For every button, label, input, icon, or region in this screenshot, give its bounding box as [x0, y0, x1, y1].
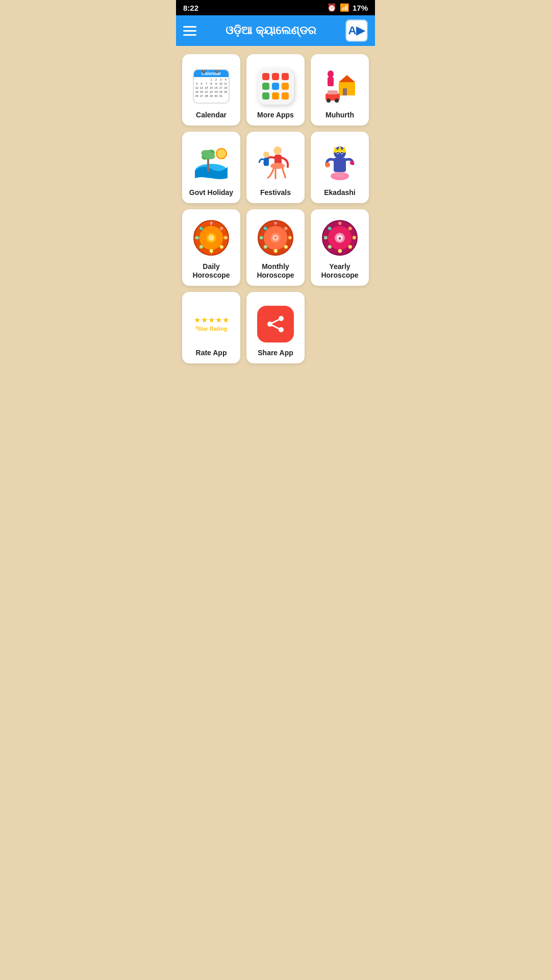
hamburger-line-2	[183, 30, 196, 32]
card-yearly-horoscope[interactable]: ♈ ♉ ♊ ♋ ♌ ♍ ♎ ♏ ★ YearlyHoroscope	[311, 209, 369, 286]
status-time: 8:22	[183, 4, 198, 12]
translate-icon: A▶	[348, 24, 365, 37]
svg-text:♌: ♌	[273, 249, 278, 253]
ekadashi-icon	[319, 143, 360, 184]
card-ekadashi[interactable]: Ekadashi	[311, 132, 369, 203]
card-rate-app[interactable]: ★ ★ ★ ★ ★ ⁵Star Rating Rate App	[182, 292, 240, 363]
app-title: ଓଡ଼ିଆ କ୍ୟାଲେଣ୍ଡର	[196, 24, 345, 37]
svg-text:♉: ♉	[284, 226, 288, 231]
card-daily-horoscope[interactable]: ♈ ♉ ♊ ♋ ♌ ♍ ♎ ♏ DailyHoroscope	[182, 209, 240, 286]
card-calendar[interactable]: Calendar 123 45678910 11121314151617 181…	[182, 54, 240, 126]
rate-app-icon: ★ ★ ★ ★ ★ ⁵Star Rating	[191, 304, 232, 345]
svg-line-74	[270, 318, 281, 324]
svg-rect-2	[343, 88, 347, 95]
svg-text:♉: ♉	[348, 226, 353, 231]
svg-point-32	[208, 235, 214, 241]
svg-text:♏: ♏	[263, 226, 268, 231]
grid-row-4: ★ ★ ★ ★ ★ ⁵Star Rating Rate App	[182, 292, 369, 363]
monthly-horoscope-label: MonthlyHoroscope	[257, 262, 294, 280]
svg-text:♉: ♉	[219, 226, 224, 231]
muhurth-icon	[319, 66, 360, 107]
svg-text:♊: ♊	[288, 235, 292, 240]
svg-rect-8	[328, 90, 338, 94]
svg-point-3	[328, 70, 334, 78]
more-apps-label: More Apps	[257, 111, 294, 119]
card-festivals[interactable]: Festivals	[246, 132, 305, 203]
clock-icon: ⏰	[327, 3, 337, 12]
svg-marker-1	[339, 75, 355, 82]
govt-holiday-icon	[191, 143, 232, 184]
monthly-horoscope-icon: ♈ ♉ ♊ ♋ ♌ ♍ ♎ ♏ ☀	[255, 217, 296, 258]
battery-text: 17%	[353, 4, 368, 12]
govt-holiday-label: Govt Holiday	[189, 188, 233, 197]
svg-text:☀: ☀	[273, 235, 278, 240]
svg-text:♊: ♊	[352, 235, 357, 240]
svg-point-21	[325, 162, 330, 167]
card-muhurth[interactable]: Muhurth	[311, 54, 369, 126]
more-apps-icon	[255, 66, 296, 107]
svg-text:♍: ♍	[199, 244, 204, 249]
svg-point-28	[341, 152, 343, 154]
share-app-icon	[255, 304, 296, 345]
svg-text:♈: ♈	[273, 221, 278, 226]
status-bar: 8:22 ⏰ 📶 17%	[176, 0, 375, 15]
signal-icon: 📶	[340, 3, 349, 12]
svg-point-24	[334, 173, 346, 178]
hamburger-menu[interactable]	[183, 26, 196, 36]
svg-point-27	[337, 152, 339, 154]
svg-text:♏: ♏	[328, 226, 332, 231]
main-content: Calendar 123 45678910 11121314151617 181…	[176, 46, 375, 372]
yearly-horoscope-label: YearlyHoroscope	[321, 262, 358, 280]
svg-point-17	[263, 152, 269, 158]
svg-point-22	[350, 161, 354, 165]
svg-rect-4	[328, 77, 334, 86]
hamburger-line-3	[183, 34, 196, 36]
svg-text:♎: ♎	[323, 235, 328, 240]
svg-text:♍: ♍	[263, 244, 268, 249]
svg-point-14	[273, 146, 282, 155]
svg-text:♈: ♈	[338, 221, 342, 226]
calendar-label: Calendar	[196, 111, 227, 119]
card-govt-holiday[interactable]: Govt Holiday	[182, 132, 240, 203]
top-bar: ଓଡ଼ିଆ କ୍ୟାଲେଣ୍ଡର A▶	[176, 15, 375, 46]
svg-text:♋: ♋	[348, 244, 353, 249]
festivals-icon	[255, 143, 296, 184]
rate-app-label: Rate App	[196, 349, 227, 357]
muhurth-label: Muhurth	[325, 111, 354, 119]
svg-point-7	[335, 99, 339, 103]
svg-point-16	[270, 163, 285, 169]
svg-line-75	[270, 324, 281, 330]
card-monthly-horoscope[interactable]: ♈ ♉ ♊ ♋ ♌ ♍ ♎ ♏ ☀ MonthlyHoroscope	[246, 209, 305, 286]
svg-rect-18	[264, 158, 269, 166]
card-more-apps[interactable]: More Apps	[246, 54, 305, 126]
yearly-horoscope-icon: ♈ ♉ ♊ ♋ ♌ ♍ ♎ ♏ ★	[319, 217, 360, 258]
translate-button[interactable]: A▶	[345, 19, 368, 42]
daily-horoscope-icon: ♈ ♉ ♊ ♋ ♌ ♍ ♎ ♏	[191, 217, 232, 258]
grid-row-3: ♈ ♉ ♊ ♋ ♌ ♍ ♎ ♏ DailyHoroscope	[182, 209, 369, 286]
share-app-label: Share App	[258, 349, 293, 357]
svg-text:♎: ♎	[259, 235, 264, 240]
svg-text:♍: ♍	[328, 244, 332, 249]
svg-rect-20	[334, 158, 346, 172]
card-share-app[interactable]: Share App	[246, 292, 305, 363]
svg-text:♋: ♋	[284, 244, 288, 249]
festivals-label: Festivals	[260, 188, 291, 197]
hamburger-line-1	[183, 26, 196, 28]
calendar-icon: Calendar 123 45678910 11121314151617 181…	[191, 66, 232, 107]
grid-row-1: Calendar 123 45678910 11121314151617 181…	[182, 54, 369, 126]
svg-text:♌: ♌	[338, 249, 342, 253]
svg-point-6	[327, 99, 331, 103]
card-empty	[311, 292, 369, 363]
svg-text:♋: ♋	[219, 244, 224, 249]
daily-horoscope-label: DailyHoroscope	[192, 262, 230, 280]
svg-point-13	[216, 149, 227, 159]
grid-row-2: Govt Holiday F	[182, 132, 369, 203]
status-right: ⏰ 📶 17%	[327, 3, 368, 12]
svg-text:♏: ♏	[199, 226, 204, 231]
svg-text:★: ★	[338, 236, 342, 241]
ekadashi-label: Ekadashi	[324, 188, 355, 197]
